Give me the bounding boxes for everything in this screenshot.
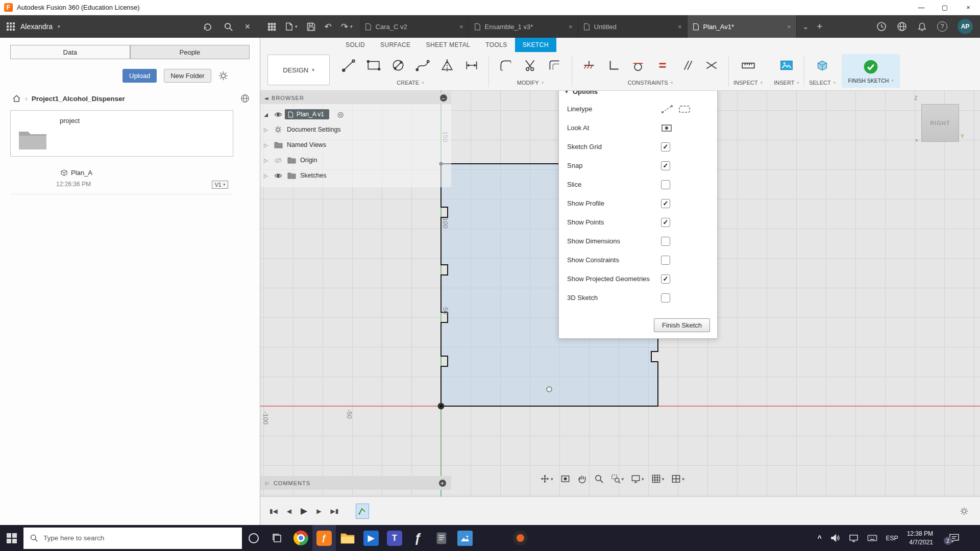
collapse-browser-icon[interactable]: ◂◂ — [264, 95, 267, 101]
orbit-tool-icon[interactable]: ▾ — [538, 472, 555, 485]
hub-globe-icon[interactable] — [897, 21, 907, 32]
expand-root-icon[interactable]: ◢ — [260, 112, 272, 117]
show-constraints-checkbox[interactable] — [661, 256, 670, 265]
tab-sheet-metal[interactable]: SHEET METAL — [419, 38, 478, 52]
insert-image-icon[interactable] — [774, 53, 799, 78]
network-icon[interactable] — [849, 534, 859, 542]
close-tab-icon[interactable]: × — [678, 23, 682, 31]
file-menu-icon[interactable]: ▾ — [285, 22, 298, 31]
zoom-icon[interactable] — [593, 472, 605, 485]
browser-row-sketches[interactable]: ▷ Sketches — [260, 168, 451, 183]
tray-chevron-icon[interactable]: ^ — [817, 534, 821, 542]
modify-menu[interactable]: MODIFY ▾ — [517, 80, 544, 86]
movies-tv-button[interactable]: ▶ — [359, 525, 383, 551]
settings-gear-icon[interactable] — [218, 71, 228, 81]
home-icon[interactable] — [12, 94, 21, 103]
show-profile-checkbox[interactable] — [661, 199, 670, 208]
start-button[interactable] — [0, 525, 23, 551]
tab-surface[interactable]: SURFACE — [373, 38, 418, 52]
taskbar-search-input[interactable] — [43, 534, 212, 542]
tab-list-chevron-icon[interactable]: ⌄ — [803, 22, 809, 31]
trim-scissors-icon[interactable] — [518, 53, 543, 78]
look-at-plane-icon[interactable] — [661, 123, 672, 133]
taskbar-search[interactable] — [23, 528, 242, 549]
touch-keyboard-icon[interactable] — [867, 534, 877, 542]
fillet-tool-icon[interactable] — [494, 53, 518, 78]
insert-menu[interactable]: INSERT ▾ — [774, 80, 799, 86]
comments-bar[interactable]: ▷ COMMENTS + — [260, 476, 451, 490]
measure-icon[interactable] — [736, 53, 761, 78]
expand-icon[interactable]: ▷ — [260, 142, 272, 148]
spline-tool-ic[interactable] — [410, 53, 435, 78]
symmetry-icon[interactable] — [699, 53, 724, 78]
tangent-icon[interactable] — [626, 53, 650, 78]
tab-tools[interactable]: TOOLS — [478, 38, 514, 52]
browser-row-origin[interactable]: ▷ Origin — [260, 153, 451, 168]
doc-tab[interactable]: Cara_C v2 × — [360, 15, 469, 38]
browser-collapse-all-icon[interactable]: – — [440, 94, 447, 102]
centerline-icon[interactable] — [678, 105, 691, 114]
snap-checkbox[interactable] — [661, 161, 670, 170]
activate-component-icon[interactable]: ◎ — [337, 110, 344, 118]
photos-button[interactable] — [453, 525, 477, 551]
visibility-eye-off-icon[interactable] — [272, 157, 285, 164]
show-dimensions-checkbox[interactable] — [661, 237, 670, 246]
cortana-button[interactable] — [242, 525, 265, 551]
parallel-icon[interactable] — [675, 53, 699, 78]
language-indicator[interactable]: ESP — [886, 535, 898, 542]
expand-icon[interactable]: ▷ — [260, 127, 272, 133]
file-item[interactable]: Plan_A 12:26:36 PM V1 ▾ — [10, 165, 233, 194]
fusion-360-button[interactable]: ƒ — [312, 525, 336, 551]
browser-row-named-views[interactable]: ▷ Named Views — [260, 137, 451, 153]
volume-icon[interactable] — [830, 534, 840, 542]
maximize-button[interactable]: ▢ — [933, 0, 957, 15]
clock[interactable]: 12:38 PM 4/7/2021 — [907, 530, 933, 546]
timeline-step-back-button[interactable]: ◀ — [287, 508, 291, 515]
new-tab-icon[interactable]: + — [817, 21, 822, 32]
data-panel-toggle-icon[interactable] — [267, 22, 276, 31]
close-window-button[interactable]: × — [957, 0, 980, 15]
expand-icon[interactable]: ▷ — [260, 158, 272, 163]
visibility-eye-icon[interactable] — [272, 111, 285, 118]
minimize-button[interactable]: — — [910, 0, 933, 15]
folder-card[interactable]: project — [10, 110, 233, 157]
browser-row-document-settings[interactable]: ▷ Document Settings — [260, 122, 451, 137]
sketch-point-circle[interactable] — [547, 387, 552, 392]
timeline-go-to-start-button[interactable]: ▮◀ — [270, 508, 278, 515]
browser-root-row[interactable]: ◢ Plan_A v1 ◎ — [260, 107, 451, 122]
help-icon[interactable]: ? — [937, 21, 947, 32]
timeline-go-to-end-button[interactable]: ▶▮ — [330, 508, 338, 515]
display-settings-icon[interactable]: ▾ — [629, 472, 646, 485]
viewcube-face-label[interactable]: RIGHT — [930, 120, 950, 126]
timeline-sketch-feature[interactable] — [356, 504, 369, 519]
task-view-button[interactable] — [265, 525, 289, 551]
redo-icon[interactable]: ↷ ▾ — [341, 21, 353, 32]
finish-sketch-button[interactable]: FINISH SKETCH ▾ — [842, 54, 900, 88]
media-app-button[interactable] — [508, 525, 532, 551]
user-name[interactable]: Alexandra — [20, 22, 53, 31]
zoom-window-icon[interactable]: ▾ — [609, 472, 626, 485]
design-workspace-dropdown[interactable]: DESIGN ▾ — [267, 55, 330, 85]
browser-header[interactable]: ◂◂ BROWSER – — [260, 92, 451, 104]
create-menu[interactable]: CREATE ▾ — [397, 80, 424, 86]
select-menu[interactable]: SELECT ▾ — [809, 80, 836, 86]
fusion-white-button[interactable]: ƒ — [406, 525, 430, 551]
doc-tab[interactable]: Untitled × — [578, 15, 688, 38]
fix-constraint-icon[interactable] — [577, 53, 601, 78]
grid-settings-icon[interactable]: ▾ — [650, 472, 666, 485]
tab-sketch[interactable]: SKETCH — [515, 38, 556, 52]
mirror-tool-icon[interactable] — [435, 53, 459, 78]
viewports-icon[interactable]: ▾ — [670, 472, 686, 485]
globe-icon[interactable] — [240, 94, 250, 103]
viewcube[interactable]: RIGHT — [921, 104, 959, 142]
rectangle-tool-icon[interactable] — [361, 53, 386, 78]
doc-tab-active[interactable]: Plan_Av1* × — [688, 15, 797, 38]
user-caret-icon[interactable]: ▾ — [58, 24, 60, 29]
notes-app-button[interactable] — [430, 525, 453, 551]
tab-solid[interactable]: SOLID — [338, 38, 373, 52]
teams-button[interactable]: T — [383, 525, 406, 551]
undo-icon[interactable]: ↶ — [325, 21, 332, 32]
timeline-step-forward-button[interactable]: ▶ — [316, 508, 321, 515]
close-panel-icon[interactable]: × — [244, 21, 250, 32]
select-cube-icon[interactable] — [810, 53, 835, 78]
